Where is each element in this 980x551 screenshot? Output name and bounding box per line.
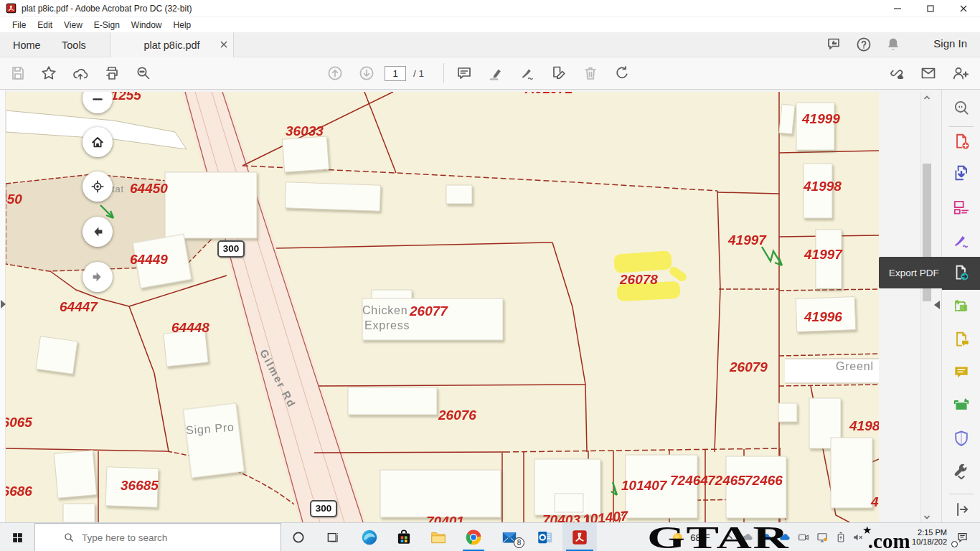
rail-create-pdf-icon[interactable] (942, 125, 980, 158)
taskbar-mail-icon[interactable]: 8 (492, 523, 527, 551)
update-status-icon[interactable] (814, 523, 831, 551)
place-label: Express (364, 319, 410, 332)
cortana-button[interactable] (281, 523, 316, 551)
sign-in-button[interactable]: Sign In (933, 37, 967, 50)
tab-tools[interactable]: Tools (62, 32, 86, 57)
scroll-up-icon[interactable] (921, 92, 933, 103)
rail-fill-and-sign-icon[interactable] (942, 224, 980, 257)
parcel-label: 72465 (707, 473, 745, 489)
map-locate-button[interactable] (83, 171, 113, 202)
rail-organize-pages-icon[interactable] (942, 191, 980, 224)
rail-more-tools-icon[interactable] (942, 455, 980, 488)
map-back-arrow-button[interactable] (83, 217, 113, 247)
task-view-button[interactable] (316, 523, 350, 551)
parcel-label: 26065 (6, 415, 32, 430)
rail-protect-icon[interactable] (942, 422, 980, 455)
page-number-input[interactable] (385, 66, 406, 81)
parcel-label: 26079 (730, 359, 768, 375)
page-gutter (879, 90, 920, 522)
email-icon[interactable] (920, 65, 937, 82)
rail-crop-pages-icon[interactable] (942, 290, 980, 323)
rail-combine-files-icon[interactable] (942, 156, 980, 189)
collapse-right-panel-icon[interactable] (934, 301, 940, 309)
help-icon[interactable] (855, 36, 872, 53)
volume-muted-icon[interactable] (849, 523, 867, 551)
share-people-icon[interactable] (951, 65, 969, 82)
sign-pen-icon[interactable] (519, 65, 536, 82)
onedrive-gray-icon[interactable] (739, 523, 756, 551)
feedback-icon[interactable] (826, 36, 843, 53)
rail-divider (949, 494, 974, 494)
star-favorite-icon[interactable] (40, 65, 57, 82)
print-icon[interactable] (103, 65, 121, 82)
road-label: Gilmer Rd (258, 347, 298, 410)
place-label: Chicken (362, 304, 407, 317)
scroll-down-icon[interactable] (921, 512, 933, 522)
mail-badge: 8 (514, 537, 524, 548)
search-input[interactable] (82, 532, 261, 543)
start-button[interactable] (0, 523, 34, 551)
taskbar-weather[interactable]: 68°F (657, 523, 723, 551)
parcel-label: 64449 (130, 252, 168, 268)
close-button[interactable] (947, 0, 980, 17)
taskbar-file-explorer-icon[interactable] (421, 523, 456, 551)
edit-page-icon[interactable] (550, 65, 567, 82)
parcel-label: 64448 (171, 320, 209, 336)
taskbar-edge-icon[interactable] (352, 523, 387, 551)
plat-map-page[interactable]: 01255360337.0107241999419986445064450644… (6, 92, 879, 522)
window-title: plat p8ic.pdf - Adobe Acrobat Pro DC (32… (22, 4, 192, 14)
parcel-label: 64450 (6, 192, 22, 207)
maximize-button[interactable] (914, 0, 947, 17)
share-link-icon[interactable] (888, 65, 905, 82)
menu-file[interactable]: File (6, 19, 32, 32)
menu-view[interactable]: View (58, 19, 88, 32)
parcel-label: 36033 (286, 123, 324, 139)
tab-home[interactable]: Home (13, 32, 41, 57)
expand-left-panel-icon[interactable] (1, 300, 6, 309)
search-icon (63, 532, 75, 543)
parcel-label: 41997 (728, 232, 766, 248)
rail-collapse-panel-icon[interactable] (942, 493, 980, 526)
next-page-icon[interactable] (358, 65, 375, 82)
highlighter-icon[interactable] (487, 65, 504, 82)
meet-now-icon[interactable] (795, 523, 812, 551)
delete-trash-icon[interactable] (582, 65, 599, 82)
zoom-tools-icon[interactable] (135, 65, 152, 82)
rail-comment-icon[interactable] (942, 356, 980, 389)
cloud-upload-icon[interactable] (72, 65, 89, 82)
refresh-icon[interactable] (613, 65, 631, 82)
taskbar-store-icon[interactable] (387, 523, 421, 551)
taskbar-clock[interactable]: 2:15 PM 10/18/202 (888, 523, 951, 551)
onedrive-blue-icon[interactable] (758, 523, 775, 551)
minimize-button[interactable] (881, 0, 914, 17)
save-icon[interactable] (9, 65, 27, 82)
export-pdf-icon (951, 263, 970, 282)
menu-edit[interactable]: Edit (32, 19, 58, 32)
export-pdf-tooltip[interactable]: Export PDF (879, 257, 980, 288)
vertical-scrollbar[interactable] (920, 92, 932, 522)
taskbar-acrobat-icon[interactable] (562, 523, 597, 551)
taskbar-search-box[interactable] (34, 523, 281, 551)
rail-request-signatures-icon[interactable] (942, 323, 980, 356)
clock-date: 10/18/202 (912, 537, 947, 547)
taskbar-outlook-icon[interactable] (528, 523, 562, 551)
power-battery-icon[interactable] (832, 523, 849, 551)
previous-page-icon[interactable] (326, 65, 344, 82)
windows-taskbar: 8 68°F 2:15 PM 10/18/202 GTAR .com ★ (0, 522, 980, 551)
map-home-button[interactable] (83, 127, 113, 157)
notifications-bell-icon[interactable] (885, 36, 902, 53)
comment-icon[interactable] (456, 65, 473, 82)
tab-document[interactable]: plat p8ic.pdf (110, 32, 234, 57)
rail-find-icon[interactable] (942, 91, 980, 124)
map-forward-arrow-button[interactable] (83, 262, 113, 292)
menu-help[interactable]: Help (168, 19, 197, 32)
sun-icon (670, 530, 685, 545)
close-tab-icon[interactable] (219, 39, 229, 50)
menu-esign[interactable]: E-Sign (88, 19, 126, 32)
tray-expand-icon[interactable] (720, 523, 738, 551)
taskbar-chrome-icon[interactable] (456, 523, 491, 551)
onedrive-blue-icon-2[interactable] (776, 523, 793, 551)
rail-scan-ocr-icon[interactable] (942, 389, 980, 422)
action-center-icon[interactable] (950, 523, 974, 551)
menu-window[interactable]: Window (126, 19, 168, 32)
